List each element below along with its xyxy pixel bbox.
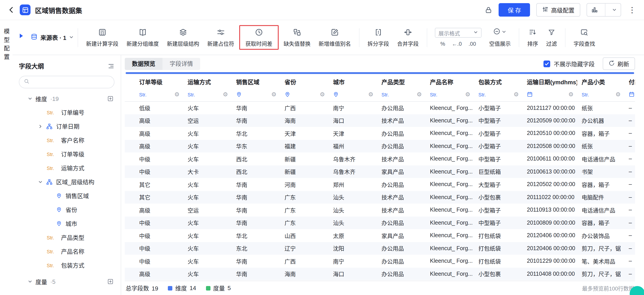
add-field-icon[interactable] (107, 279, 114, 285)
column-header[interactable]: 包装方式 (474, 76, 522, 88)
field-label: 订单编号 (61, 108, 84, 117)
table-cell: 华东 (232, 140, 280, 152)
toolbar-button-split-field[interactable]: 拆分字段 (364, 28, 393, 47)
toolbar-button-filter[interactable]: 过滤 (542, 28, 561, 47)
gear-icon[interactable]: ⚙ (568, 91, 574, 98)
field-item[interactable]: Str.客户名称 (19, 133, 114, 147)
gear-icon[interactable]: ⚙ (320, 91, 325, 98)
more-menu-button[interactable]: ⋮ (628, 5, 637, 14)
model-config-strip[interactable]: 模型配置 (0, 20, 12, 295)
column-header[interactable]: 销售区域 (232, 76, 280, 88)
field-item[interactable]: 区域_层级结构 (19, 175, 114, 189)
field-item[interactable]: Str.产品类型 (19, 231, 114, 244)
field-item[interactable]: Str.包装方式 (19, 258, 114, 272)
outline-icon[interactable] (108, 62, 114, 69)
gear-icon[interactable]: ⚙ (417, 91, 422, 98)
field-item[interactable]: 城市 (19, 217, 114, 231)
table-cell: 海口 (328, 114, 377, 127)
field-item[interactable]: 订单日期 (19, 119, 114, 133)
toolbar-button-new-group-dimension[interactable]: 新建分组维度 (122, 28, 163, 47)
table-cell: 火车 (183, 255, 232, 268)
table-cell: 乌鲁木齐 (328, 165, 377, 178)
tab-field-details[interactable]: 字段详情 (162, 58, 200, 70)
display-format-select[interactable]: 展示格式 (435, 28, 482, 38)
add-field-icon[interactable] (107, 95, 114, 102)
table-cell: 南宁 (328, 255, 377, 268)
table-cell: 技术产品 (377, 191, 426, 204)
lock-icon[interactable] (485, 6, 492, 14)
column-header[interactable]: 产品名称 (426, 76, 474, 88)
column-header[interactable]: 产品小类 (577, 76, 624, 88)
model-config-label[interactable]: 模型配置 (2, 28, 10, 295)
gear-icon[interactable]: ⚙ (465, 91, 470, 98)
field-search-box[interactable] (19, 76, 114, 88)
chevron-right-icon[interactable] (38, 124, 43, 128)
column-header[interactable]: 产品类型 (377, 76, 426, 88)
gear-icon[interactable]: ⚙ (634, 91, 635, 98)
chevron-down-icon[interactable] (608, 3, 621, 16)
measure-group-header[interactable]: 度量 ·5 (19, 275, 114, 288)
field-item[interactable]: Str.运输方式 (19, 161, 114, 175)
table-cell: 广东 (280, 204, 328, 216)
toolbar-button-sort[interactable]: 排序 (523, 28, 542, 47)
toolbar-button-new-dim-alias[interactable]: 新增维值别名 (314, 28, 355, 47)
save-button[interactable]: 保 存 (499, 3, 530, 16)
gear-icon[interactable]: ⚙ (174, 91, 180, 98)
gear-icon[interactable]: ⚙ (223, 91, 228, 98)
column-header[interactable]: 城市 (328, 76, 377, 88)
source-table-select[interactable]: 来源表 · 1 (30, 33, 74, 42)
dimension-group-header[interactable]: 维度 ·19 (19, 92, 114, 105)
field-item[interactable]: 省份 (19, 203, 114, 217)
hide-hidden-fields-checkbox[interactable] (544, 60, 550, 67)
table-cell: 办公用品 (377, 178, 426, 191)
decrease-decimal-button[interactable]: ←.0 (452, 41, 462, 47)
toolbar-button-null-display[interactable]: 空值展示 (485, 28, 515, 47)
increase-decimal-button[interactable]: .00 (468, 41, 476, 47)
chevron-down-icon[interactable] (38, 180, 43, 184)
toolbar-button-get-time-diff[interactable]: 获取时间差 (242, 28, 276, 47)
field-item[interactable]: 销售区域 (19, 189, 114, 203)
toolbar-button-missing-value-replace[interactable]: 缺失值替换 (280, 28, 314, 47)
column-header[interactable]: 运输日期(ymdhms) (522, 76, 577, 88)
back-button[interactable] (7, 6, 15, 14)
table-cell: 高级 (135, 268, 183, 280)
panel-expand-arrow[interactable] (20, 34, 23, 38)
field-label: 省份 (66, 205, 77, 214)
column-header[interactable]: 付款日期 (624, 76, 635, 88)
table-cell: 火车 (183, 191, 232, 204)
chart-view-dropdown[interactable] (586, 3, 621, 16)
toolbar-button-new-placeholder[interactable]: 新建占位符 (203, 28, 238, 47)
horizontal-scrollbar[interactable] (126, 72, 634, 74)
field-search-input[interactable] (32, 79, 110, 85)
dimension-square (168, 286, 172, 290)
table-cell: – (624, 242, 635, 255)
field-item[interactable]: Str.订单等级 (19, 147, 114, 161)
table-row: 高级空运华南海南海口技术产品Kleencut_ Forg...中型箱子20120… (125, 114, 635, 127)
column-header[interactable]: 省份 (280, 76, 328, 88)
gear-icon[interactable]: ⚙ (616, 91, 621, 98)
column-header[interactable]: 运输方式 (183, 76, 232, 88)
gear-icon[interactable]: ⚙ (271, 91, 276, 98)
sliders-horizontal-icon (217, 28, 225, 36)
column-header[interactable]: 订单等级 (135, 76, 183, 88)
toolbar-button-merge-field[interactable]: 合并字段 (393, 28, 423, 47)
percent-format-button[interactable]: % (440, 41, 445, 47)
tab-data-preview[interactable]: 数据预览 (125, 58, 162, 70)
field-item[interactable]: Str.订单编号 (19, 105, 114, 119)
hide-hidden-fields-label[interactable]: 不展示隐藏字段 (554, 59, 595, 68)
dataset-app-icon (20, 4, 30, 15)
gear-icon[interactable]: ⚙ (514, 91, 519, 98)
table-cell: 火车 (183, 127, 232, 140)
table-cell: 办公机器 (577, 114, 624, 127)
row-spacer-cell (125, 255, 135, 268)
table-cell: 汕头 (328, 204, 377, 216)
table-cell: 小型箱子 (474, 140, 522, 152)
field-item[interactable]: Str.产品名称 (19, 244, 114, 258)
advanced-config-button[interactable]: 高级配置 (536, 3, 580, 16)
refresh-button[interactable]: 刷新 (603, 57, 635, 70)
toolbar-button-new-calculated-field[interactable]: 新建计算字段 (82, 28, 122, 47)
gear-icon[interactable]: ⚙ (368, 91, 374, 98)
table-cell: 华南 (232, 101, 280, 114)
toolbar-button-new-hierarchy[interactable]: 新建层级结构 (163, 28, 203, 47)
toolbar-button-field-find[interactable]: 字段查找 (570, 28, 599, 47)
